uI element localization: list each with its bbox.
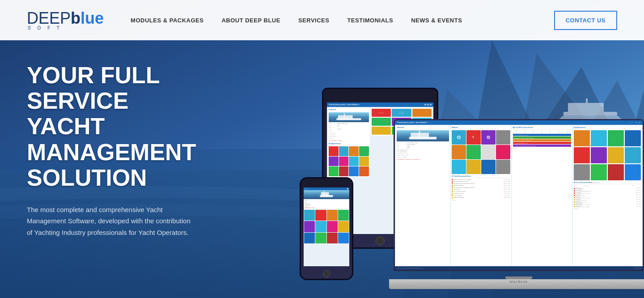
hero-text-block: YOUR FULL SERVICE YACHT MANAGEMENT SOLUT…	[27, 63, 228, 238]
svg-rect-17	[419, 131, 420, 137]
logo-blue-accent: lue	[80, 9, 104, 27]
svg-rect-11	[344, 113, 345, 118]
nav-testimonials[interactable]: TESTIMONIALS	[347, 17, 393, 24]
hero-title: YOUR FULL SERVICE YACHT MANAGEMENT SOLUT…	[27, 63, 228, 191]
header: DEEPblue S O F T MODULES & PACKAGES ABOU…	[0, 0, 644, 40]
hero-section: YOUR FULL SERVICE YACHT MANAGEMENT SOLUT…	[0, 40, 644, 298]
tablet-home-button	[376, 236, 385, 245]
nav-services[interactable]: SERVICES	[298, 17, 330, 24]
svg-line-24	[488, 137, 489, 138]
hero-description: The most complete and comprehensive Yach…	[27, 204, 197, 238]
phone-body: 4:15 PM	[300, 177, 353, 280]
macbook-label: MacBook	[510, 280, 528, 284]
laptop-screen: Priscilla (demo yacht) ▼ Select Module ▼…	[394, 119, 644, 271]
main-nav: MODULES & PACKAGES ABOUT DEEP BLUE SERVI…	[131, 11, 617, 30]
svg-rect-14	[324, 191, 325, 195]
nav-about[interactable]: ABOUT DEEP BLUE	[221, 17, 280, 24]
svg-text:€: €	[472, 136, 474, 139]
laptop-base: MacBook	[389, 279, 644, 289]
nav-modules[interactable]: MODULES & PACKAGES	[131, 17, 203, 24]
phone-home-button	[323, 270, 330, 277]
devices-mockup: Priscilla (demo yacht) ▼ Select Module ▼…	[300, 74, 644, 298]
logo-deep: DEEP	[27, 9, 71, 27]
phone-screen: 4:15 PM	[304, 187, 349, 266]
svg-rect-10	[338, 115, 353, 119]
laptop-device: Priscilla (demo yacht) ▼ Select Module ▼…	[389, 119, 644, 289]
logo-blue: b	[71, 9, 80, 27]
phone-device: 4:15 PM	[300, 177, 353, 280]
svg-rect-13	[321, 192, 329, 196]
svg-line-20	[459, 137, 460, 138]
nav-news[interactable]: NEWS & EVENTS	[411, 17, 462, 24]
logo[interactable]: DEEPblue S O F T	[27, 10, 104, 30]
nav-contact[interactable]: CONTACT US	[554, 11, 617, 30]
